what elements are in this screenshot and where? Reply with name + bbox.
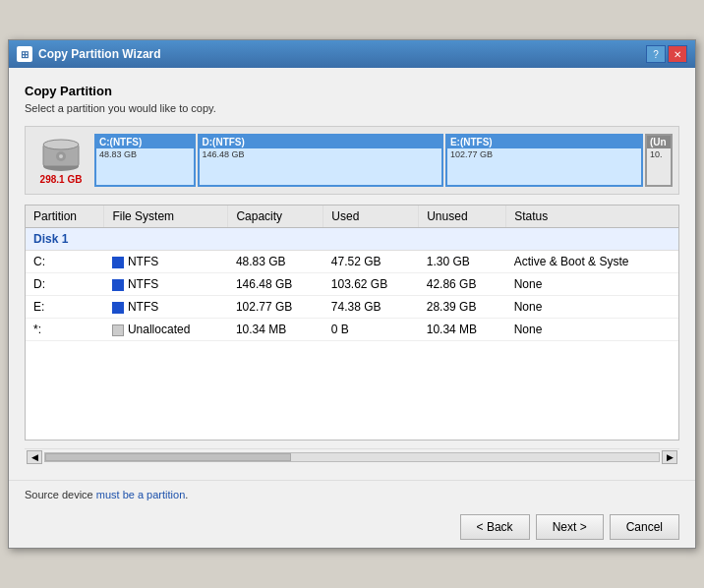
row-star-used: 0 B (323, 319, 419, 341)
disk-size-label: 298.1 GB (40, 174, 83, 185)
row-d-capacity: 146.48 GB (228, 273, 323, 296)
col-unused: Unused (419, 206, 506, 228)
bottom-bar: Source device must be a partition. < Bac… (9, 480, 695, 548)
table-row[interactable]: C: NTFS 48.83 GB 47.52 GB 1.30 GB Active… (26, 251, 678, 273)
table-row[interactable]: E: NTFS 102.77 GB 74.38 GB 28.39 GB None (26, 296, 678, 319)
col-used: Used (323, 206, 419, 228)
row-e-fs: NTFS (104, 296, 228, 319)
col-status: Status (506, 206, 678, 228)
row-c-partition: C: (26, 251, 104, 273)
title-bar-left: ⊞ Copy Partition Wizard (17, 46, 161, 62)
status-link: must be a partition (96, 489, 186, 500)
ntfs-icon (112, 257, 124, 268)
svg-point-2 (43, 140, 79, 149)
row-star-fs: Unallocated (104, 319, 228, 341)
close-button[interactable]: ✕ (668, 45, 687, 63)
cancel-button[interactable]: Cancel (610, 514, 679, 540)
row-d-used: 103.62 GB (323, 273, 419, 296)
window-title: Copy Partition Wizard (38, 47, 161, 61)
row-e-capacity: 102.77 GB (228, 296, 323, 319)
table-row[interactable]: D: NTFS 146.48 GB 103.62 GB 42.86 GB Non… (26, 273, 678, 296)
svg-point-4 (59, 154, 63, 158)
partition-bar: C:(NTFS) 48.83 GB D:(NTFS) 146.48 GB E:(… (94, 134, 673, 187)
main-window: ⊞ Copy Partition Wizard ? ✕ Copy Partiti… (8, 39, 696, 549)
row-c-unused: 1.30 GB (419, 251, 506, 273)
row-d-fs: NTFS (104, 273, 228, 296)
part-seg-c[interactable]: C:(NTFS) 48.83 GB (94, 134, 196, 187)
row-star-status: None (506, 319, 678, 341)
disk-icon (39, 137, 83, 172)
title-bar-controls: ? ✕ (646, 45, 687, 63)
part-seg-e-size: 102.77 GB (447, 148, 641, 160)
col-capacity: Capacity (228, 206, 323, 228)
col-partition: Partition (26, 206, 104, 228)
back-button[interactable]: < Back (460, 514, 530, 540)
partition-table-container: Partition File System Capacity Used Unus… (25, 205, 679, 441)
row-c-status: Active & Boot & Syste (506, 251, 678, 273)
title-bar: ⊞ Copy Partition Wizard ? ✕ (9, 40, 695, 68)
row-c-capacity: 48.83 GB (228, 251, 323, 273)
table-row[interactable]: *: Unallocated 10.34 MB 0 B 10.34 MB Non… (26, 319, 678, 341)
row-e-status: None (506, 296, 678, 319)
row-e-used: 74.38 GB (323, 296, 419, 319)
row-d-partition: D: (26, 273, 104, 296)
page-title: Copy Partition (25, 84, 679, 98)
row-star-unused: 10.34 MB (419, 319, 506, 341)
part-seg-d[interactable]: D:(NTFS) 146.48 GB (198, 134, 443, 187)
row-e-unused: 28.39 GB (419, 296, 506, 319)
app-icon: ⊞ (17, 46, 32, 62)
row-c-fs: NTFS (104, 251, 228, 273)
row-d-status: None (506, 273, 678, 296)
row-c-used: 47.52 GB (323, 251, 419, 273)
button-row: < Back Next > Cancel (25, 510, 679, 540)
part-seg-unalloc[interactable]: (Un 10. (645, 134, 673, 187)
next-button[interactable]: Next > (536, 514, 604, 540)
content-area: Copy Partition Select a partition you wo… (9, 68, 695, 480)
scroll-track[interactable] (44, 452, 660, 462)
disk-group-label: Disk 1 (26, 228, 678, 251)
part-seg-e[interactable]: E:(NTFS) 102.77 GB (445, 134, 643, 187)
part-seg-d-size: 146.48 GB (200, 148, 441, 160)
disk-icon-wrap: 298.1 GB (31, 137, 90, 185)
row-d-unused: 42.86 GB (419, 273, 506, 296)
part-seg-e-label: E:(NTFS) (447, 136, 641, 148)
part-seg-unalloc-size: 10. (647, 148, 671, 160)
page-subtitle: Select a partition you would like to cop… (25, 102, 679, 114)
part-seg-unalloc-label: (Un (647, 136, 671, 148)
part-seg-d-label: D:(NTFS) (200, 136, 441, 148)
part-seg-c-label: C:(NTFS) (96, 136, 194, 148)
unalloc-icon (112, 324, 124, 336)
scroll-right-arrow[interactable]: ▶ (662, 450, 677, 464)
ntfs-icon (112, 302, 124, 314)
status-text: Source device must be a partition. (25, 489, 679, 500)
disk-group-row: Disk 1 (26, 228, 678, 251)
row-star-capacity: 10.34 MB (228, 319, 323, 341)
scroll-left-arrow[interactable]: ◀ (27, 450, 42, 464)
row-star-partition: *: (26, 319, 104, 341)
col-filesystem: File System (104, 206, 228, 228)
row-e-partition: E: (26, 296, 104, 319)
disk-visual: 298.1 GB C:(NTFS) 48.83 GB D:(NTFS) 146.… (25, 126, 679, 195)
help-button[interactable]: ? (646, 45, 666, 63)
part-seg-c-size: 48.83 GB (96, 148, 194, 160)
ntfs-icon (112, 279, 124, 291)
partition-table: Partition File System Capacity Used Unus… (26, 206, 678, 341)
horizontal-scrollbar[interactable]: ◀ ▶ (25, 448, 679, 464)
scroll-thumb[interactable] (45, 453, 291, 461)
